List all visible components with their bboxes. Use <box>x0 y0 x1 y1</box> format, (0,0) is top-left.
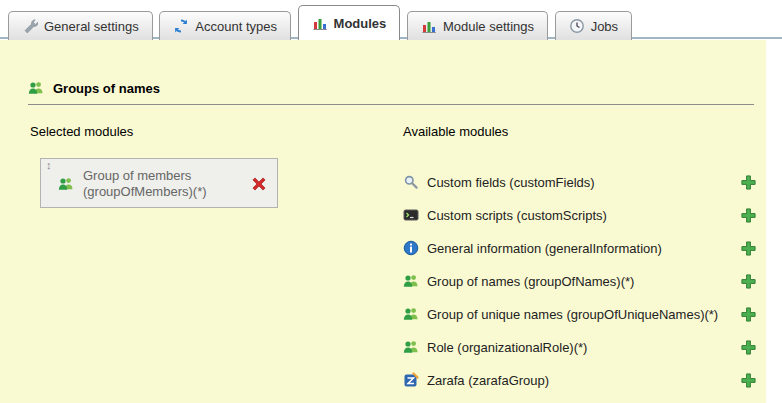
group-icon <box>28 80 44 96</box>
selected-module-id: (groupOfMembers)(*) <box>83 184 207 200</box>
red-x-icon <box>250 175 268 193</box>
available-module-row: Custom scripts (customScripts) <box>403 205 757 225</box>
zarafa-icon <box>403 372 419 388</box>
available-module-label: Role (organizationalRole)(*) <box>427 340 587 355</box>
remove-module-button[interactable] <box>250 175 268 193</box>
available-module-label: Group of unique names (groupOfUniqueName… <box>427 307 718 322</box>
available-modules-heading: Available modules <box>403 124 508 139</box>
magnifier-icon <box>403 174 419 190</box>
tab-label: Modules <box>334 16 387 31</box>
add-module-button[interactable] <box>740 240 757 257</box>
available-module-row: Role (organizationalRole)(*) <box>403 337 757 357</box>
selected-module-label: Group of members (groupOfMembers)(*) <box>83 168 207 200</box>
green-plus-icon <box>740 207 757 224</box>
available-module-row: Zarafa (zarafaGroup) <box>403 370 757 390</box>
available-module-row: Custom fields (customFields) <box>403 172 757 192</box>
group-icon <box>403 306 419 322</box>
tab-general-settings[interactable]: General settings <box>8 11 153 40</box>
tab-label: General settings <box>44 19 139 34</box>
tab-module-settings[interactable]: Module settings <box>407 11 548 40</box>
available-module-label: Zarafa (zarafaGroup) <box>427 373 549 388</box>
group-icon <box>403 339 419 355</box>
add-module-button[interactable] <box>740 174 757 191</box>
green-plus-icon <box>740 306 757 323</box>
add-module-button[interactable] <box>740 372 757 389</box>
sort-handle-icon[interactable]: ↕ <box>46 160 52 171</box>
green-plus-icon <box>740 174 757 191</box>
tab-label: Account types <box>195 19 277 34</box>
available-module-label: Custom scripts (customScripts) <box>427 208 607 223</box>
green-plus-icon <box>740 273 757 290</box>
add-module-button[interactable] <box>740 306 757 323</box>
green-plus-icon <box>740 240 757 257</box>
bar-chart-icon <box>312 15 328 31</box>
available-module-label: Custom fields (customFields) <box>427 175 595 190</box>
bar-chart-icon <box>421 18 437 34</box>
available-modules-list: Custom fields (customFields) Custom scri… <box>403 172 757 403</box>
selected-module-name: Group of members <box>83 168 207 184</box>
group-icon <box>403 273 419 289</box>
green-plus-icon <box>740 339 757 356</box>
add-module-button[interactable] <box>740 273 757 290</box>
refresh-arrows-icon <box>173 18 189 34</box>
tab-bar: General settings Account types Modules M… <box>0 0 782 40</box>
tab-jobs[interactable]: Jobs <box>555 11 632 40</box>
green-plus-icon <box>740 372 757 389</box>
section-divider <box>28 104 754 105</box>
tab-account-types[interactable]: Account types <box>159 11 291 40</box>
clock-icon <box>569 18 585 34</box>
selected-modules-heading: Selected modules <box>30 124 133 139</box>
add-module-button[interactable] <box>740 339 757 356</box>
available-module-row: General information (generalInformation) <box>403 238 757 258</box>
tab-modules[interactable]: Modules <box>298 5 401 40</box>
info-icon <box>403 240 419 256</box>
section-title: Groups of names <box>53 81 160 96</box>
add-module-button[interactable] <box>740 207 757 224</box>
tab-label: Jobs <box>591 19 618 34</box>
wrench-icon <box>22 18 38 34</box>
section-header: Groups of names <box>28 80 160 96</box>
available-module-row: Group of names (groupOfNames)(*) <box>403 271 757 291</box>
terminal-icon <box>403 207 419 223</box>
group-icon <box>58 176 74 192</box>
tab-label: Module settings <box>443 19 534 34</box>
content-area: Groups of names Selected modules ↕ Group… <box>0 40 766 403</box>
available-module-row: Group of unique names (groupOfUniqueName… <box>403 304 757 324</box>
available-module-label: Group of names (groupOfNames)(*) <box>427 274 634 289</box>
selected-module-item: ↕ Group of members (groupOfMembers)(*) <box>40 158 278 208</box>
available-module-label: General information (generalInformation) <box>427 241 662 256</box>
